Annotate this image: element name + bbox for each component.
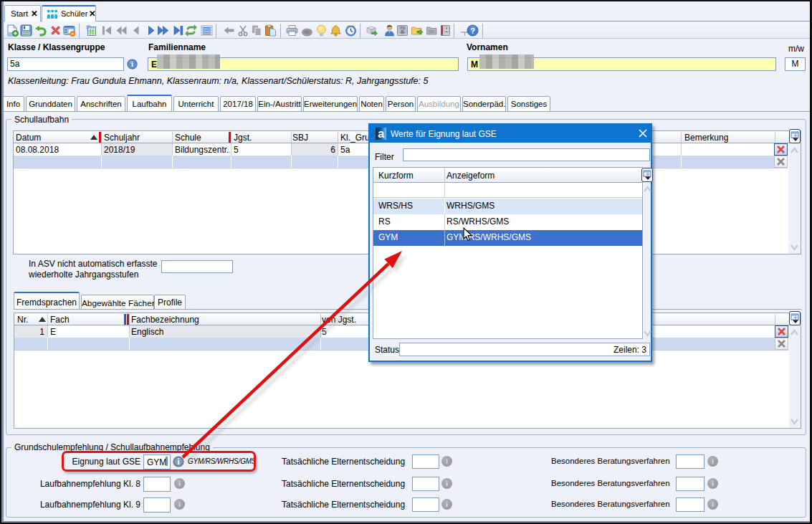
- svg-text:i: i: [131, 59, 133, 68]
- svg-text:?: ?: [470, 27, 475, 35]
- svg-text:a: a: [378, 128, 384, 140]
- svg-text:TB: TB: [400, 26, 405, 30]
